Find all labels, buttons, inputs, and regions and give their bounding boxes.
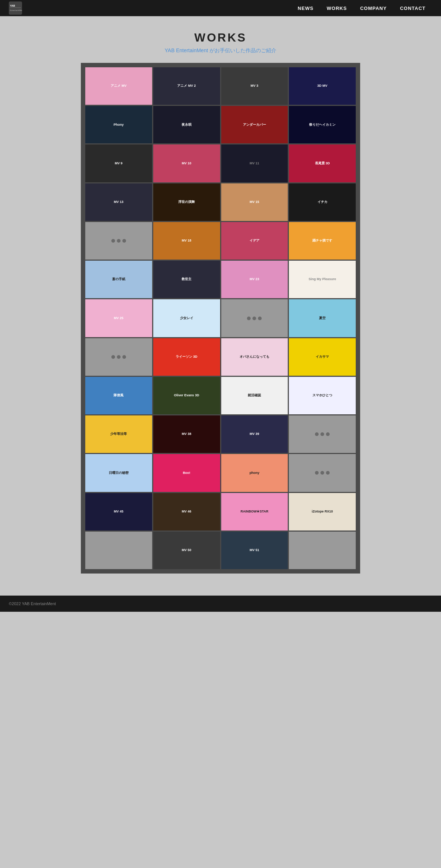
thumb-label: 踊チャ損です: [289, 222, 356, 260]
placeholder-dots: [111, 355, 126, 359]
thumb-label: スマホひとつ: [289, 377, 356, 414]
work-item-34[interactable]: Oliver Evans 3D: [153, 377, 220, 414]
work-item-49[interactable]: [85, 532, 152, 569]
work-item-46[interactable]: MV 46: [153, 493, 220, 531]
dot: [252, 317, 256, 320]
work-item-33[interactable]: 隊僚風: [85, 377, 152, 414]
thumb-label: 浮世の演舞: [153, 183, 220, 221]
nav-company[interactable]: COMPANY: [354, 0, 393, 16]
thumb-label: MV 23: [221, 261, 288, 298]
thumb-label: MV 46: [153, 493, 220, 531]
main-content: WORKS YAB EntertainMent がお手伝いした作品のご紹介 アニ…: [0, 16, 441, 596]
thumb-label: MV 10: [153, 144, 220, 182]
work-item-52[interactable]: [289, 532, 356, 569]
thumb-label: MV 39: [221, 415, 288, 453]
work-item-22[interactable]: 救世主: [153, 261, 220, 298]
work-item-40[interactable]: [289, 415, 356, 453]
dot: [117, 355, 121, 359]
page-title: WORKS: [0, 31, 441, 44]
work-item-14[interactable]: 浮世の演舞: [153, 183, 220, 221]
work-item-10[interactable]: MV 10: [153, 144, 220, 182]
work-item-1[interactable]: アニメ MV: [85, 67, 152, 105]
work-item-4[interactable]: 3D MV: [289, 67, 356, 105]
thumb-label: MV 50: [153, 532, 220, 569]
work-item-17[interactable]: [85, 222, 152, 260]
work-item-35[interactable]: 就活確認: [221, 377, 288, 414]
work-item-31[interactable]: オバさんになっても: [221, 338, 288, 376]
work-item-21[interactable]: 蒼の手紙: [85, 261, 152, 298]
thumb-label: 少女レイ: [153, 299, 220, 337]
thumb-label: 日曜日の秘密: [85, 454, 152, 492]
nav-contact[interactable]: CONTACT: [393, 0, 432, 16]
work-item-5[interactable]: Phony: [85, 106, 152, 143]
nav-news[interactable]: NEWS: [291, 0, 320, 16]
thumb-label: オバさんになっても: [221, 338, 288, 376]
thumb-label: MV 13: [85, 183, 152, 221]
logo-icon: YAB EntertainMent: [9, 1, 22, 15]
work-item-43[interactable]: phony: [221, 454, 288, 492]
work-item-27[interactable]: [221, 299, 288, 337]
work-item-18[interactable]: MV 18: [153, 222, 220, 260]
work-item-24[interactable]: Sing My Pleasure: [289, 261, 356, 298]
work-item-8[interactable]: 祭りだヘイカミン: [289, 106, 356, 143]
thumb-label: イデア: [221, 222, 288, 260]
thumb-label: RAINBOW★STAR: [221, 493, 288, 531]
thumb-label: 長尾景 3D: [289, 144, 356, 182]
svg-text:EntertainMent: EntertainMent: [10, 9, 22, 11]
work-item-30[interactable]: ライーソン 3D: [153, 338, 220, 376]
work-item-7[interactable]: アンダーカバー: [221, 106, 288, 143]
svg-rect-0: [9, 1, 22, 15]
work-item-29[interactable]: [85, 338, 152, 376]
work-item-16[interactable]: イチカ: [289, 183, 356, 221]
work-item-37[interactable]: 少年等法等: [85, 415, 152, 453]
work-item-42[interactable]: Boo!: [153, 454, 220, 492]
work-item-51[interactable]: MV 51: [221, 532, 288, 569]
site-header: YAB EntertainMent NEWS WORKS COMPANY CON…: [0, 0, 441, 16]
work-item-11[interactable]: MV 11: [221, 144, 288, 182]
work-item-38[interactable]: MV 38: [153, 415, 220, 453]
work-item-39[interactable]: MV 39: [221, 415, 288, 453]
dot: [326, 432, 330, 436]
work-item-23[interactable]: MV 23: [221, 261, 288, 298]
nav-works[interactable]: WORKS: [320, 0, 354, 16]
work-item-41[interactable]: 日曜日の秘密: [85, 454, 152, 492]
dot: [117, 239, 121, 243]
works-grid: アニメ MVアニメ MV 2MV 33D MVPhony夜永唄アンダーカバー祭り…: [85, 67, 356, 569]
thumb-label: アニメ MV 2: [153, 67, 220, 105]
thumb-label: アニメ MV: [85, 67, 152, 105]
thumb-label: MV 9: [85, 144, 152, 182]
work-item-48[interactable]: iZotope RX10: [289, 493, 356, 531]
work-item-28[interactable]: 夏空: [289, 299, 356, 337]
work-item-45[interactable]: MV 45: [85, 493, 152, 531]
thumb-label: MV 11: [221, 144, 288, 182]
thumb-label: 少年等法等: [85, 415, 152, 453]
svg-text:YAB: YAB: [10, 4, 15, 7]
thumb-label: 夏空: [289, 299, 356, 337]
work-item-20[interactable]: 踊チャ損です: [289, 222, 356, 260]
work-item-25[interactable]: MV 25: [85, 299, 152, 337]
work-item-44[interactable]: [289, 454, 356, 492]
work-item-36[interactable]: スマホひとつ: [289, 377, 356, 414]
dot: [111, 355, 115, 359]
work-item-26[interactable]: 少女レイ: [153, 299, 220, 337]
thumb-label: Oliver Evans 3D: [153, 377, 220, 414]
work-item-32[interactable]: イカサマ: [289, 338, 356, 376]
dot: [320, 432, 324, 436]
work-item-9[interactable]: MV 9: [85, 144, 152, 182]
work-item-12[interactable]: 長尾景 3D: [289, 144, 356, 182]
dot: [247, 317, 251, 320]
work-item-2[interactable]: アニメ MV 2: [153, 67, 220, 105]
dot: [111, 239, 115, 243]
work-item-3[interactable]: MV 3: [221, 67, 288, 105]
thumb-label: MV 18: [153, 222, 220, 260]
work-item-15[interactable]: MV 15: [221, 183, 288, 221]
work-item-50[interactable]: MV 50: [153, 532, 220, 569]
thumb-label: MV 15: [221, 183, 288, 221]
thumb-label: MV 3: [221, 67, 288, 105]
work-item-13[interactable]: MV 13: [85, 183, 152, 221]
dot: [122, 355, 126, 359]
work-item-47[interactable]: RAINBOW★STAR: [221, 493, 288, 531]
work-item-19[interactable]: イデア: [221, 222, 288, 260]
work-item-6[interactable]: 夜永唄: [153, 106, 220, 143]
thumb-label: 3D MV: [289, 67, 356, 105]
